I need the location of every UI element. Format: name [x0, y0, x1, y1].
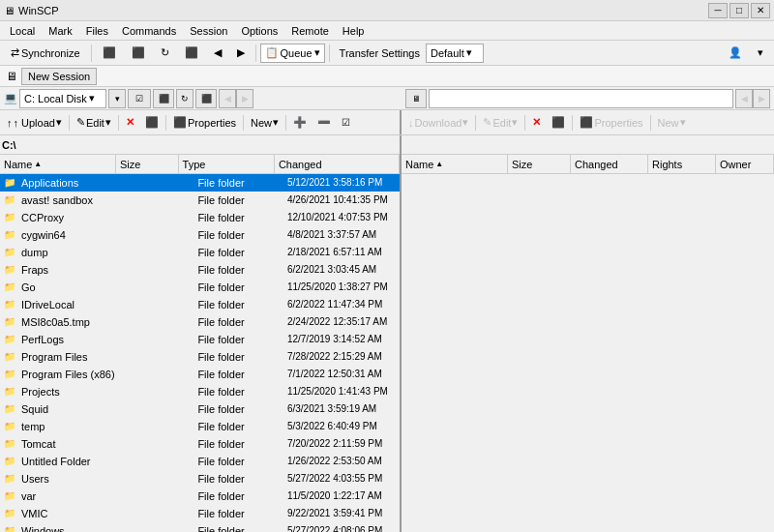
file-name-cell: VMIC: [19, 508, 135, 519]
table-row[interactable]: 📁FrapsFile folder6/2/2021 3:03:45 AM: [0, 261, 400, 279]
remote-path-input[interactable]: [429, 89, 733, 108]
left-col-headers: Name ▲ Size Type Changed: [0, 155, 400, 174]
menu-commands[interactable]: Commands: [116, 23, 182, 39]
left-minus-button[interactable]: ➖: [313, 113, 336, 133]
back-button[interactable]: ◀: [207, 43, 228, 64]
right-edit-button[interactable]: ✎ Edit ▾: [478, 113, 522, 133]
table-row[interactable]: 📁VMICFile folder9/22/2021 3:59:41 PM: [0, 505, 400, 522]
table-row[interactable]: 📁WindowsFile folder5/27/2022 4:08:06 PM: [0, 522, 400, 532]
left-rename-button[interactable]: ⬛: [140, 113, 164, 133]
menu-local[interactable]: Local: [4, 23, 41, 39]
tb-icon-2[interactable]: ⬛: [125, 43, 152, 64]
col-changed[interactable]: Changed: [275, 155, 400, 173]
left-fwd-btn[interactable]: ▶: [236, 89, 253, 108]
table-row[interactable]: 📁CCProxyFile folder12/10/2021 4:07:53 PM: [0, 209, 400, 226]
synchronize-button[interactable]: ⇄ Synchronize: [4, 43, 87, 64]
right-col-changed[interactable]: Changed: [571, 155, 648, 173]
maximize-button[interactable]: □: [729, 3, 749, 18]
right-col-size[interactable]: Size: [508, 155, 571, 173]
left-back-btn[interactable]: ◀: [219, 89, 236, 108]
left-delete-button[interactable]: ✕: [121, 113, 139, 133]
menu-help[interactable]: Help: [337, 23, 371, 39]
left-edit-button[interactable]: ✎ Edit ▾: [72, 113, 116, 133]
minimize-button[interactable]: ─: [708, 3, 728, 18]
right-col-name[interactable]: Name ▲: [402, 155, 508, 173]
file-panels-container: C:\ Name ▲ Size Type Changed 📁Applicatio…: [0, 135, 774, 532]
menu-mark[interactable]: Mark: [43, 23, 77, 39]
drive-selector[interactable]: C: Local Disk ▾: [19, 89, 106, 108]
right-fwd-btn[interactable]: ▶: [753, 89, 770, 108]
left-checkboxes-btn[interactable]: ☑: [128, 89, 151, 108]
file-type-cell: File folder: [194, 247, 283, 258]
right-file-list[interactable]: Name ▲ Size Changed Rights Owner: [402, 155, 774, 532]
table-row[interactable]: 📁tempFile folder5/3/2022 6:40:49 PM: [0, 418, 400, 435]
table-row[interactable]: 📁ApplicationsFile folder5/12/2021 3:58:1…: [0, 174, 400, 192]
btn-sep7: [524, 115, 525, 131]
table-row[interactable]: 📁ProjectsFile folder11/25/2020 1:41:43 P…: [0, 383, 400, 400]
table-row[interactable]: 📁avast! sandboxFile folder4/26/2021 10:4…: [0, 192, 400, 209]
menu-options[interactable]: Options: [235, 23, 283, 39]
icon4: ⬛: [185, 46, 198, 59]
file-date-cell: 6/2/2022 11:47:34 PM: [283, 299, 400, 310]
right-new-button[interactable]: New ▾: [653, 113, 691, 133]
menu-remote[interactable]: Remote: [285, 23, 335, 39]
right-delete-button[interactable]: ✕: [527, 113, 546, 133]
tb-icon-3[interactable]: ↻: [154, 43, 176, 64]
menu-files[interactable]: Files: [80, 23, 114, 39]
col-type[interactable]: Type: [179, 155, 275, 173]
table-row[interactable]: 📁varFile folder11/5/2020 1:22:17 AM: [0, 488, 400, 505]
table-row[interactable]: 📁UsersFile folder5/27/2022 4:03:55 PM: [0, 470, 400, 488]
file-type-cell: File folder: [194, 316, 283, 328]
tb-icon-4[interactable]: ⬛: [178, 43, 205, 64]
new-session-button[interactable]: New Session: [21, 68, 97, 85]
file-name-cell: dump: [19, 247, 135, 258]
left-file-list[interactable]: Name ▲ Size Type Changed 📁ApplicationsFi…: [0, 155, 400, 532]
left-nav-btn1[interactable]: ⬛: [153, 89, 174, 108]
dropdown-button[interactable]: ▾: [751, 43, 770, 64]
right-back-btn[interactable]: ◀: [735, 89, 753, 108]
table-row[interactable]: 📁Program Files (x86)File folder7/1/2022 …: [0, 366, 400, 383]
left-plus-button[interactable]: ➕: [288, 113, 312, 133]
table-row[interactable]: 📁cygwin64File folder4/8/2021 3:37:57 AM: [0, 226, 400, 244]
file-type-cell: File folder: [194, 403, 283, 415]
download-button[interactable]: ↓ Download ▾: [403, 113, 473, 133]
transfer-arrow: ▾: [466, 46, 472, 59]
table-row[interactable]: 📁PerfLogsFile folder12/7/2019 3:14:52 AM: [0, 331, 400, 348]
upload-button[interactable]: ↑ ↑ Upload ▾: [2, 113, 67, 133]
sort-arrow: ▲: [34, 160, 42, 168]
profile-button[interactable]: 👤: [722, 43, 749, 64]
col-name[interactable]: Name ▲: [0, 155, 116, 173]
forward-button[interactable]: ▶: [230, 43, 252, 64]
tb-icon-1[interactable]: ⬛: [96, 43, 123, 64]
table-row[interactable]: 📁Program FilesFile folder7/28/2022 2:15:…: [0, 348, 400, 366]
file-date-cell: 5/12/2021 3:58:16 PM: [283, 177, 400, 188]
table-row[interactable]: 📁dumpFile folder2/18/2021 6:57:11 AM: [0, 244, 400, 261]
file-name-cell: Go: [19, 281, 135, 293]
right-properties-button[interactable]: ⬛ Properties: [575, 113, 647, 133]
close-button[interactable]: ✕: [751, 3, 770, 18]
left-new-button[interactable]: New ▾: [246, 113, 283, 133]
file-date-cell: 12/10/2021 4:07:53 PM: [283, 212, 400, 222]
col-size[interactable]: Size: [116, 155, 179, 173]
right-col-owner[interactable]: Owner: [716, 155, 774, 173]
left-refresh-btn[interactable]: ↻: [176, 89, 194, 108]
left-check-button[interactable]: ☑: [337, 113, 355, 133]
transfer-settings-dropdown[interactable]: Default ▾: [426, 44, 484, 63]
left-nav-copy[interactable]: ⬛: [195, 89, 217, 108]
drive-arrow: ▾: [89, 92, 95, 104]
right-edit-icon: ✎: [483, 116, 491, 129]
table-row[interactable]: 📁IDriveLocalFile folder6/2/2022 11:47:34…: [0, 296, 400, 313]
right-col-rights[interactable]: Rights: [648, 155, 716, 173]
table-row[interactable]: 📁GoFile folder11/25/2020 1:38:27 PM: [0, 279, 400, 296]
queue-dropdown[interactable]: 📋 Queue ▾: [260, 44, 325, 63]
right-server-icon[interactable]: 🖥: [405, 89, 427, 108]
right-rename-button[interactable]: ⬛: [547, 113, 570, 133]
delete-icon: ✕: [126, 116, 134, 129]
table-row[interactable]: 📁TomcatFile folder7/20/2022 2:11:59 PM: [0, 435, 400, 453]
menu-session[interactable]: Session: [184, 23, 233, 39]
table-row[interactable]: 📁MSI8c0a5.tmpFile folder2/24/2022 12:35:…: [0, 313, 400, 331]
table-row[interactable]: 📁Untitled FolderFile folder1/26/2022 2:5…: [0, 453, 400, 470]
left-menu-btn[interactable]: ▾: [108, 89, 126, 108]
left-properties-button[interactable]: ⬛ Properties: [168, 113, 241, 133]
table-row[interactable]: 📁SquidFile folder6/3/2021 3:59:19 AM: [0, 400, 400, 418]
